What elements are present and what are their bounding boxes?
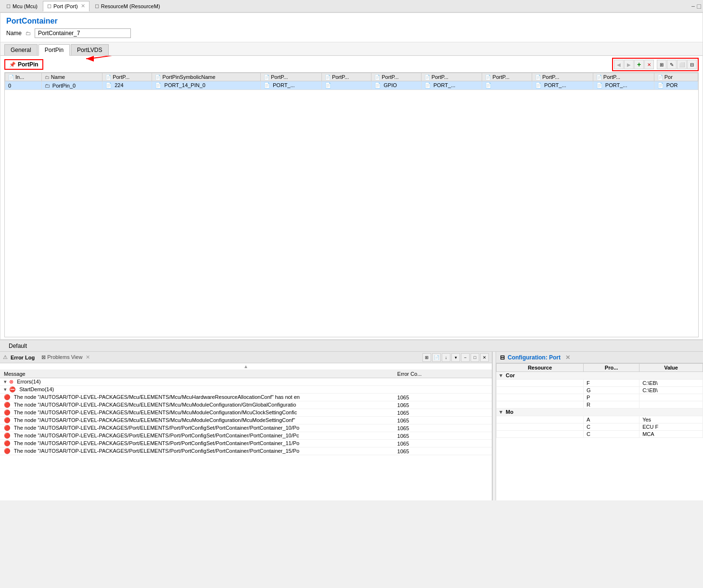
props-pro-c1: C xyxy=(583,423,639,431)
props-val-f: C:\EB\ xyxy=(639,380,703,387)
tab-port[interactable]: ◻ Port (Port) ✕ xyxy=(43,1,89,12)
props-res-c2 xyxy=(497,431,584,438)
cor-expand-icon[interactable]: ▾ xyxy=(499,372,502,378)
col-portpin-9: 📄 PortP... xyxy=(482,73,532,81)
list-item[interactable]: 🔴 The node "/AUTOSAR/TOP-LEVEL-PACKAGES/… xyxy=(0,401,492,409)
tab-resourcem[interactable]: ◻ ResourceM (ResourceM) xyxy=(90,1,165,12)
list-item[interactable]: ▾ ⊗ Errors(14) xyxy=(0,378,492,386)
props-pro-a: A xyxy=(583,416,639,423)
list-item[interactable]: ▾ Mo xyxy=(497,409,703,416)
mo-label: Mo xyxy=(506,409,513,415)
problem-item-2: 🔴 The node "/AUTOSAR/TOP-LEVEL-PACKAGES/… xyxy=(0,401,394,409)
cell-col10: 📄 PORT_... xyxy=(532,81,593,90)
toolbar-add-btn[interactable]: + xyxy=(634,60,644,69)
list-item[interactable]: C MCA xyxy=(497,431,703,438)
problems-btn-maximize[interactable]: □ xyxy=(471,353,479,362)
subtab-portlvds[interactable]: PortLVDS xyxy=(71,44,108,55)
col-portpin-11: 📄 PortP... xyxy=(593,73,654,81)
col-symbolic-name: 📄 PortPinSymbolicName xyxy=(152,73,260,81)
list-item[interactable]: 🔴 The node "/AUTOSAR/TOP-LEVEL-PACKAGES/… xyxy=(0,417,492,424)
list-item[interactable]: 🔴 The node "/AUTOSAR/TOP-LEVEL-PACKAGES/… xyxy=(0,424,492,432)
toolbar-delete-btn[interactable]: ✕ xyxy=(644,60,654,69)
table-section: 📌 PortPin ◀ ▶ + ✕ ⊞ ✎ ⬜ ⊟ 📄 In... xyxy=(0,56,703,339)
name-input[interactable] xyxy=(35,28,131,38)
toolbar-icon1[interactable]: ⊞ xyxy=(657,60,666,69)
startdemo-section: ▾ ⛔ StartDemo(14) xyxy=(0,386,394,394)
toolbar-icon3[interactable]: ⬜ xyxy=(677,60,687,69)
properties-icon: ⊟ xyxy=(500,354,505,361)
problem-item-4: 🔴 The node "/AUTOSAR/TOP-LEVEL-PACKAGES/… xyxy=(0,417,394,424)
tab-mcu[interactable]: ◻ Mcu (Mcu) xyxy=(2,1,42,12)
expand-icon[interactable]: ▾ xyxy=(4,379,7,384)
problem-code-6: 1065 xyxy=(394,432,492,440)
list-item[interactable]: 🔴 The node "/AUTOSAR/TOP-LEVEL-PACKAGES/… xyxy=(0,394,492,401)
table-wrapper[interactable]: 📄 In... 🗀 Name 📄 PortP... 📄 PortPinSymbo… xyxy=(4,72,699,337)
list-item[interactable]: 🔴 The node "/AUTOSAR/TOP-LEVEL-PACKAGES/… xyxy=(0,432,492,440)
list-item[interactable]: G C:\EB\ xyxy=(497,387,703,394)
vertical-scrollbar[interactable] xyxy=(492,352,496,500)
col-portpin-7: 📄 PortP... xyxy=(371,73,421,81)
bottom-left-panel: ⚠ Error Log ⊠ Problems View ✕ ⊞ 📄 ↓ ▾ − … xyxy=(0,352,492,500)
startdemo-error-icon: ⛔ xyxy=(9,386,16,392)
list-item[interactable]: ▾ ⛔ StartDemo(14) xyxy=(0,386,492,394)
list-item[interactable]: C ECU F xyxy=(497,423,703,431)
problems-col-message: Message xyxy=(0,370,394,378)
problems-btn-2[interactable]: 📄 xyxy=(432,353,441,362)
problem-error-icon-2: 🔴 xyxy=(4,402,11,408)
toolbar-nav-next[interactable]: ▶ xyxy=(624,60,634,69)
problem-code-3: 1065 xyxy=(394,409,492,417)
problems-btn-3[interactable]: ↓ xyxy=(442,353,450,362)
subtab-general[interactable]: General xyxy=(4,44,38,55)
props-res-g xyxy=(497,387,584,394)
props-col-value: Value xyxy=(639,364,703,372)
toolbar-icon4[interactable]: ⊟ xyxy=(687,60,697,69)
properties-header: ⊟ Configuration: Port ✕ xyxy=(496,352,703,363)
tab-port-close[interactable]: ✕ xyxy=(81,3,85,9)
properties-close-icon[interactable]: ✕ xyxy=(565,354,570,361)
mo-expand-icon[interactable]: ▾ xyxy=(499,409,502,415)
problem-msg-8: The node "/AUTOSAR/TOP-LEVEL-PACKAGES/Po… xyxy=(14,448,299,454)
props-section-cor: ▾ Cor xyxy=(497,372,703,380)
list-item[interactable]: F C:\EB\ xyxy=(497,380,703,387)
subtab-portpin[interactable]: PortPin xyxy=(38,44,70,56)
list-item[interactable]: R xyxy=(497,401,703,409)
problems-btn-close[interactable]: ✕ xyxy=(480,353,489,362)
props-val-p xyxy=(639,394,703,401)
list-item[interactable]: 🔴 The node "/AUTOSAR/TOP-LEVEL-PACKAGES/… xyxy=(0,440,492,447)
problem-item-7: 🔴 The node "/AUTOSAR/TOP-LEVEL-PACKAGES/… xyxy=(0,440,394,447)
problems-close-icon[interactable]: ✕ xyxy=(86,354,90,360)
problem-error-icon-1: 🔴 xyxy=(4,394,11,400)
col-portpin-10: 📄 PortP... xyxy=(532,73,593,81)
list-item[interactable]: A Yes xyxy=(497,416,703,423)
toolbar-box: ◀ ▶ + ✕ ⊞ ✎ ⬜ ⊟ xyxy=(612,58,699,71)
list-item[interactable]: 🔴 The node "/AUTOSAR/TOP-LEVEL-PACKAGES/… xyxy=(0,409,492,417)
cell-col8: 📄 PORT_... xyxy=(421,81,482,90)
subtabs: General PortPin PortLVDS xyxy=(0,42,703,56)
list-item[interactable]: P xyxy=(497,394,703,401)
problem-item-1: 🔴 The node "/AUTOSAR/TOP-LEVEL-PACKAGES/… xyxy=(0,394,394,401)
cell-col7: 📄 GPIO xyxy=(371,81,421,90)
props-res-c1 xyxy=(497,423,584,431)
properties-panel: ⊟ Configuration: Port ✕ Resource Pro... … xyxy=(496,352,703,500)
problems-body[interactable]: Message Error Co... ▾ ⊗ Errors(14) xyxy=(0,370,492,500)
properties-body[interactable]: Resource Pro... Value ▾ Cor F xyxy=(496,363,703,500)
list-item[interactable]: ▾ Cor xyxy=(497,372,703,380)
cell-symbolic-name: 📄 PORT_14_PIN_0 xyxy=(152,81,260,90)
toolbar-edit-btn[interactable]: ✎ xyxy=(667,60,677,69)
error-log-label[interactable]: Error Log xyxy=(11,355,35,360)
problems-btn-1[interactable]: ⊞ xyxy=(422,353,431,362)
toolbar-nav-prev[interactable]: ◀ xyxy=(614,60,624,69)
problem-msg-7: The node "/AUTOSAR/TOP-LEVEL-PACKAGES/Po… xyxy=(14,440,299,446)
collapse-arrow[interactable]: ▲ xyxy=(243,364,248,369)
problems-btn-minimize[interactable]: − xyxy=(461,353,470,362)
startdemo-expand-icon[interactable]: ▾ xyxy=(4,386,7,392)
problems-btn-4[interactable]: ▾ xyxy=(451,353,460,362)
tab-default[interactable]: Default xyxy=(4,342,32,350)
maximize-icon[interactable]: □ xyxy=(697,2,701,10)
problems-view-label[interactable]: ⊠ Problems View ✕ xyxy=(41,354,90,360)
props-val-c2: MCA xyxy=(639,431,703,438)
minimize-icon[interactable]: − xyxy=(691,2,695,10)
list-item[interactable]: 🔴 The node "/AUTOSAR/TOP-LEVEL-PACKAGES/… xyxy=(0,447,492,455)
props-pro-f: F xyxy=(583,380,639,387)
table-row[interactable]: 0 🗀 PortPin_0 📄 224 📄 PORT_14_PIN_0 📄 PO… xyxy=(5,81,698,90)
